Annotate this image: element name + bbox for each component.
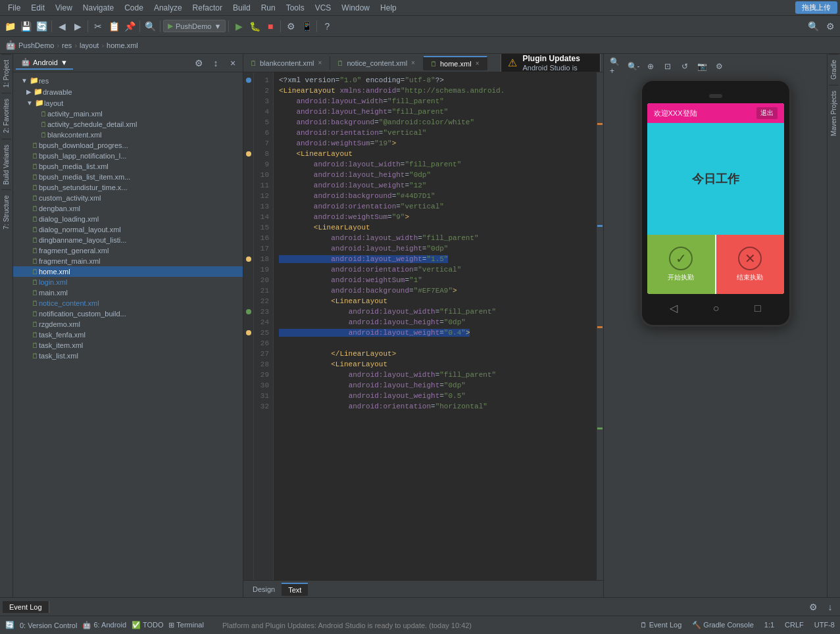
todo-taskbar-item[interactable]: ✅ TODO [132,621,163,629]
tree-item-drawable[interactable]: ▶ 📁 drawable [13,86,243,97]
tab-event-log[interactable]: Event Log [3,601,49,613]
toolbar-save-btn[interactable]: 💾 [18,19,33,34]
zoom-out-btn[interactable]: 🔍- [626,59,641,74]
tree-item-custom-activity[interactable]: 🗒 custom_activity.xml [13,193,243,203]
event-log-status[interactable]: 🗒 Event Log [640,621,682,629]
android-taskbar-item2[interactable]: 🤖 6: Android [82,621,126,629]
tree-item-notice-content[interactable]: 🗒 notice_content.xml [13,298,243,308]
tree-item-activity-schedule[interactable]: 🗒 activity_schedule_detail.xml [13,119,243,130]
toolbar-sdk-mgr-btn[interactable]: ⚙ [284,19,298,34]
sidebar-item-project[interactable]: 1: Project [1,54,11,93]
tree-item-notification-custom[interactable]: 🗒 notification_custom_build... [13,308,243,319]
tree-item-bpush-media-list[interactable]: 🗒 bpush_media_list.xml [13,161,243,172]
menu-run[interactable]: Run [256,2,281,14]
gradle-console-status[interactable]: 🔨 Gradle Console [692,621,754,629]
tree-item-activity-main[interactable]: 🗒 activity_main.xml [13,109,243,119]
code-editor[interactable]: <?xml version="1.0" encoding="utf-8"?> <… [274,72,597,580]
toolbar-avd-mgr-btn[interactable]: 📱 [299,19,314,34]
phone-back-btn[interactable]: ◁ [670,302,678,314]
tree-item-blankcontent[interactable]: 🗒 blankcontent.xml [13,130,243,140]
tree-item-res[interactable]: ▼ 📁 res [13,75,243,86]
toolbar-forward-btn[interactable]: ▶ [70,19,85,34]
sidebar-item-maven[interactable]: Maven Projects [829,85,839,141]
tab-design[interactable]: Design [246,583,282,595]
tree-item-dengban[interactable]: 🗒 dengban.xml [13,203,243,214]
phone-logout-btn[interactable]: 退出 [756,107,778,119]
menu-window[interactable]: Window [336,2,375,14]
tree-item-task-fenfa[interactable]: 🗒 task_fenfa.xml [13,329,243,340]
toolbar-back-btn[interactable]: ◀ [55,19,69,34]
menu-tools[interactable]: Tools [281,2,310,14]
sidebar-item-gradle[interactable]: Gradle [829,54,839,85]
tab-android[interactable]: 🤖 Android ▼ [16,56,73,70]
toolbar-copy-btn[interactable]: 📋 [107,19,121,34]
breadcrumb-layout[interactable]: layout [80,41,99,49]
phone-start-btn[interactable]: ✓ 开始执勤 [647,235,716,294]
menu-vcs[interactable]: VCS [310,2,337,14]
tree-item-main[interactable]: 🗒 main.xml [13,287,243,298]
toolbar-find-btn[interactable]: 🔍 [143,19,157,34]
tree-item-dialog-normal[interactable]: 🗒 dialog_normal_layout.xml [13,224,243,235]
toolbar-cut-btn[interactable]: ✂ [91,19,105,34]
tree-item-bpush-media-item[interactable]: 🗒 bpush_media_list_item.xm... [13,172,243,182]
panel-settings-btn[interactable]: ⚙ [191,56,206,70]
toolbar-run-btn[interactable]: ▶ [232,19,246,34]
panel-close-btn[interactable]: × [226,56,240,70]
menu-file[interactable]: File [3,2,26,14]
sidebar-item-favorites[interactable]: 2: Favorites [1,93,11,138]
sidebar-item-build-variants[interactable]: Build Variants [1,139,11,190]
tree-item-fragment-general[interactable]: 🗒 fragment_general.xml [13,245,243,256]
tree-item-home[interactable]: 🗒 home.xml [13,266,243,277]
menu-view[interactable]: View [50,2,78,14]
phone-end-btn[interactable]: ✕ 结束执勤 [716,235,784,294]
bottom-close-btn[interactable]: ↓ [823,600,837,614]
tree-item-fragment-main[interactable]: 🗒 fragment_main.xml [13,256,243,266]
tree-item-layout[interactable]: ▼ 📁 layout [13,97,243,109]
project-selector[interactable]: ▶ PushDemo ▼ [163,20,226,32]
terminal-taskbar-item[interactable]: ⊞ Terminal [168,621,203,629]
tree-item-dialog-loading[interactable]: 🗒 dialog_loading.xml [13,214,243,224]
close-blankcontent-tab[interactable]: × [317,59,324,66]
toolbar-search-btn[interactable]: 🔍 [806,19,820,34]
tab-text[interactable]: Text [282,583,308,596]
toolbar-debug-btn[interactable]: 🐛 [247,19,262,34]
tab-blankcontent[interactable]: 🗒 blankcontent.xml × [243,57,330,70]
zoom-reset-btn[interactable]: ⊕ [643,59,658,74]
menu-code[interactable]: Code [119,2,149,14]
toolbar-paste-btn[interactable]: 📌 [122,19,137,34]
tree-item-login[interactable]: 🗒 login.xml [13,277,243,287]
zoom-in-btn[interactable]: 🔍+ [609,59,624,74]
tree-item-bpush-lapp[interactable]: 🗒 bpush_lapp_notification_l... [13,151,243,161]
menu-analyze[interactable]: Analyze [149,2,187,14]
tab-home-xml[interactable]: 🗒 home.xml × [424,56,488,70]
breadcrumb-res[interactable]: res [62,41,72,49]
toolbar-refresh-btn[interactable]: 🔄 [34,19,49,34]
phone-home-btn[interactable]: ○ [713,303,720,314]
close-home-tab[interactable]: × [474,60,481,67]
sidebar-item-structure[interactable]: 7: Structure [1,189,11,235]
toolbar-stop-btn[interactable]: ■ [263,19,278,34]
tree-item-bpush-setundistur[interactable]: 🗒 bpush_setundistur_time.x... [13,182,243,193]
breadcrumb-file[interactable]: home.xml [107,41,138,49]
menu-help[interactable]: Help [375,2,402,14]
bottom-settings-btn[interactable]: ⚙ [806,600,820,614]
screenshot-btn[interactable]: 📷 [695,59,709,74]
android-taskbar-item[interactable]: 0: Version Control [20,622,77,629]
close-notice-content-tab[interactable]: × [410,59,416,66]
tree-item-bpush-download[interactable]: 🗒 bpush_download_progres... [13,140,243,151]
menu-edit[interactable]: Edit [26,2,50,14]
tree-item-dingbanname[interactable]: 🗒 dingbanname_layout_listi... [13,235,243,245]
phone-recent-btn[interactable]: □ [754,303,761,314]
toolbar-help-btn[interactable]: ? [320,19,334,34]
upload-button[interactable]: 拖拽上传 [795,1,837,14]
settings-preview-btn[interactable]: ⚙ [712,59,726,74]
refresh-preview-btn[interactable]: ↺ [678,59,692,74]
tree-item-task-item[interactable]: 🗒 task_item.xml [13,340,243,351]
menu-navigate[interactable]: Navigate [78,2,119,14]
tree-item-task-list[interactable]: 🗒 task_list.xml [13,351,243,361]
zoom-fit-btn[interactable]: ⊡ [660,59,675,74]
tab-notice-content[interactable]: 🗒 notice_content.xml × [330,57,424,70]
breadcrumb-project[interactable]: PushDemo [18,41,54,49]
editor-scrollbar[interactable] [597,72,603,580]
toolbar-open-btn[interactable]: 📁 [3,19,17,34]
